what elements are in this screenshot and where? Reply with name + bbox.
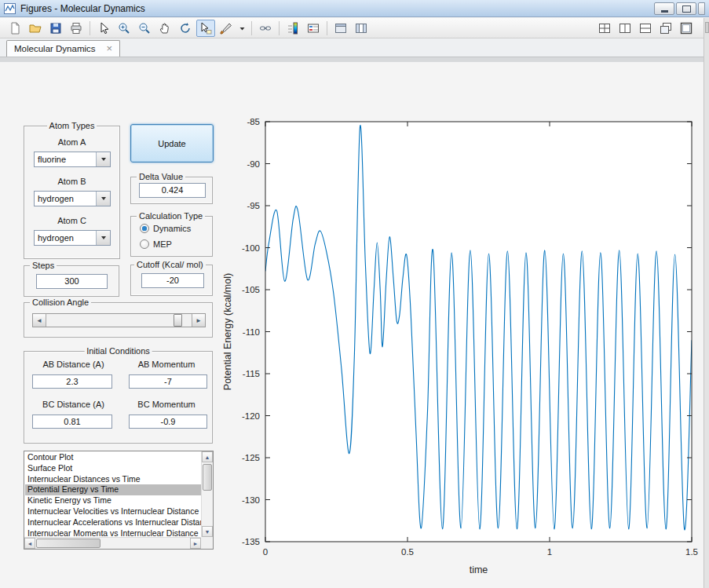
x-tick-label: 1: [547, 547, 552, 557]
tab-close-icon[interactable]: ×: [107, 45, 113, 53]
update-button[interactable]: Update: [130, 124, 214, 163]
link-plot-button[interactable]: [256, 20, 275, 37]
list-item[interactable]: Internuclear Distances vs Time: [25, 474, 201, 485]
calculation-type-panel: Calculation Type Dynamics MEP: [130, 216, 213, 257]
edge-button[interactable]: [705, 22, 709, 33]
collision-angle-slider-thumb[interactable]: [174, 314, 182, 327]
tab-label: Molecular Dynamics: [14, 44, 96, 53]
atom-c-dropdown-button[interactable]: [96, 231, 110, 245]
vertical-scroll-thumb[interactable]: [203, 464, 212, 491]
listbox-vertical-scrollbar[interactable]: ▲ ▼: [201, 451, 213, 537]
minimize-button[interactable]: [654, 2, 674, 15]
scroll-down-arrow[interactable]: ▼: [202, 526, 213, 537]
dropdown-arrow-icon: [239, 22, 246, 35]
radio-button-icon[interactable]: [140, 224, 149, 233]
new-figure-button[interactable]: [5, 20, 24, 37]
edit-plot-button[interactable]: [94, 20, 113, 37]
steps-panel-title: Steps: [30, 261, 57, 271]
list-item[interactable]: Internuclear Accelerations vs Internucle…: [25, 517, 201, 528]
hide-plot-tools-button[interactable]: [331, 20, 350, 37]
zoom-in-button[interactable]: [115, 20, 133, 37]
data-cursor-icon: [199, 22, 212, 35]
horizontal-scroll-thumb[interactable]: [36, 539, 101, 548]
slider-right-arrow[interactable]: ►: [192, 314, 205, 327]
collision-angle-slider[interactable]: ◄ ►: [32, 313, 206, 327]
bc-momentum-field[interactable]: -0.9: [129, 415, 207, 429]
steps-panel: Steps 300: [24, 265, 119, 297]
cutoff-field[interactable]: -20: [141, 273, 204, 288]
brush-data-button[interactable]: [217, 20, 236, 37]
list-item[interactable]: Internuclear Momenta vs Internuclear Dis…: [25, 528, 201, 537]
insert-legend-button[interactable]: [304, 20, 323, 37]
zoom-out-button[interactable]: [135, 20, 154, 37]
bc-distance-field[interactable]: 0.81: [32, 415, 112, 429]
list-item[interactable]: Surface Plot: [25, 463, 201, 474]
radio-dynamics[interactable]: Dynamics: [140, 224, 191, 233]
steps-field[interactable]: 300: [36, 274, 108, 289]
atom-c-dropdown[interactable]: hydrogen: [34, 230, 111, 246]
insert-colorbar-button[interactable]: [283, 20, 302, 37]
print-figure-button[interactable]: [67, 20, 86, 37]
ab-momentum-field[interactable]: -7: [129, 374, 207, 389]
arrow-pointer-icon: [97, 22, 110, 35]
y-tick-label: -110: [243, 327, 260, 337]
atom-b-dropdown[interactable]: hydrogen: [34, 191, 111, 206]
scrollbar-corner: [201, 537, 213, 549]
listbox-horizontal-scrollbar[interactable]: ◄ ►: [24, 537, 201, 549]
plot-type-listbox[interactable]: Contour PlotSurface PlotInternuclear Dis…: [24, 451, 214, 550]
maximize-icon: [682, 5, 691, 13]
y-tick-label: -100: [242, 243, 260, 253]
maximize-figure-button[interactable]: [677, 20, 696, 37]
tile-grid-button[interactable]: [595, 20, 614, 37]
close-button[interactable]: [698, 2, 705, 15]
maximize-figure-icon: [680, 22, 693, 35]
tile-columns-button[interactable]: [616, 20, 634, 37]
float-windows-button[interactable]: [656, 20, 675, 37]
list-item[interactable]: Contour Plot: [25, 452, 201, 463]
delta-value-field[interactable]: 0.424: [139, 183, 206, 198]
ab-distance-field[interactable]: 2.3: [32, 374, 112, 389]
atom-b-dropdown-button[interactable]: [96, 192, 110, 206]
pan-button[interactable]: [155, 20, 174, 37]
tile-rows-button[interactable]: [636, 20, 655, 37]
scroll-up-arrow[interactable]: ▲: [202, 451, 213, 462]
y-tick-label: -135: [242, 537, 260, 546]
new-figure-icon: [9, 22, 21, 35]
x-tick-label: 0: [263, 547, 268, 557]
scroll-right-arrow[interactable]: ►: [190, 538, 201, 549]
list-item[interactable]: Potential Energy vs Time: [25, 484, 201, 495]
bc-distance-label: BC Distance (A): [24, 400, 122, 409]
collision-angle-panel-title: Collision Angle: [30, 298, 91, 308]
atom-types-panel-title: Atom Types: [47, 121, 97, 131]
radio-mep[interactable]: MEP: [140, 239, 172, 249]
colorbar-icon: [287, 22, 299, 35]
maximize-button[interactable]: [676, 2, 696, 15]
axes-background: [265, 122, 692, 542]
pan-hand-icon: [159, 22, 171, 35]
list-item[interactable]: Internuclear Velocities vs Internuclear …: [25, 506, 201, 517]
rotate-3d-button[interactable]: [176, 20, 195, 37]
figure-window-icon: [4, 3, 16, 14]
slider-left-arrow[interactable]: ◄: [33, 314, 46, 327]
atom-a-dropdown-button[interactable]: [96, 152, 110, 166]
scroll-left-arrow[interactable]: ◄: [24, 538, 35, 549]
list-item[interactable]: Kinetic Energy vs Time: [25, 495, 201, 506]
show-plot-tools-button[interactable]: [352, 20, 371, 37]
delta-value-panel-title: Delta Value: [137, 172, 185, 182]
atom-types-panel: Atom Types Atom A fluorine Atom B hydrog…: [24, 126, 120, 259]
data-cursor-button[interactable]: [196, 20, 215, 37]
radio-button-icon[interactable]: [140, 239, 149, 249]
atom-a-dropdown[interactable]: fluorine: [34, 152, 111, 167]
initial-conditions-panel: Initial Conditions AB Distance (A) AB Mo…: [24, 351, 213, 444]
tile-rows-icon: [639, 22, 652, 35]
chevron-down-icon: [101, 158, 106, 161]
save-figure-button[interactable]: [46, 20, 65, 37]
titlebar: Figures - Molecular Dynamics: [0, 0, 709, 17]
brush-icon: [220, 22, 232, 35]
brush-dropdown-button[interactable]: [237, 20, 247, 37]
atom-a-label: Atom A: [24, 137, 119, 147]
tab-molecular-dynamics[interactable]: Molecular Dynamics ×: [6, 40, 120, 57]
open-file-button[interactable]: [26, 20, 45, 37]
y-tick-label: -120: [242, 411, 260, 421]
toolbar-separator: [279, 21, 280, 35]
